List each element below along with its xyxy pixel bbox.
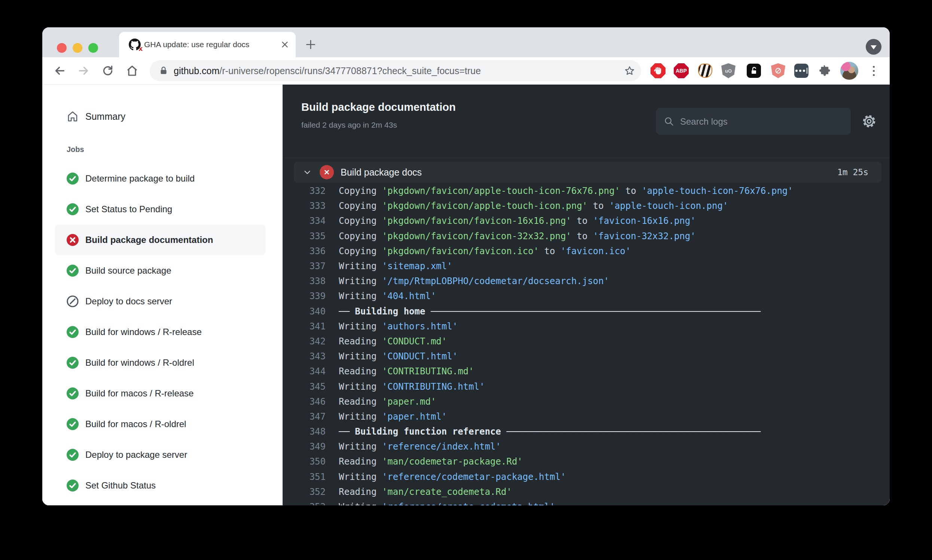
- password-manager-icon: [794, 64, 809, 78]
- log-line-number[interactable]: 347: [283, 411, 326, 422]
- log-line: 353Writing 'reference/create_codemeta.ht…: [283, 499, 890, 505]
- sidebar-job-item[interactable]: Build source package: [42, 255, 283, 286]
- log-line-text: Writing 'authors.html': [339, 321, 458, 332]
- log-line-number[interactable]: 352: [283, 487, 326, 497]
- job-label: Set Github Status: [85, 480, 156, 491]
- password-manager-extension-button[interactable]: [794, 63, 809, 78]
- log-line-number[interactable]: 345: [283, 382, 326, 392]
- adblock-plus-extension-button[interactable]: ABP: [674, 63, 689, 78]
- browser-menu-icon[interactable]: [869, 63, 878, 78]
- sidebar-job-item[interactable]: Set Status to Pending: [42, 194, 283, 225]
- window-minimize-button[interactable]: [72, 43, 82, 53]
- log-line: 336Copying 'pkgdown/favicon/favicon.ico'…: [283, 244, 890, 258]
- log-line-number[interactable]: 349: [283, 442, 326, 452]
- log-line-text: Reading 'paper.md': [339, 397, 436, 407]
- log-line-text: Reading 'CONTRIBUTING.md': [339, 366, 474, 377]
- browser-tab[interactable]: x GHA update: use regular docs: [119, 32, 296, 57]
- sidebar-item-summary[interactable]: Summary: [42, 108, 283, 125]
- search-logs-input[interactable]: [679, 108, 846, 135]
- log-area: Build package docs 1m 25s 332Copying 'pk…: [283, 158, 890, 505]
- log-line-number[interactable]: 348: [283, 426, 326, 437]
- log-line-text: Copying 'pkgdown/favicon/favicon-16x16.p…: [339, 215, 696, 226]
- log-line: 350Reading 'man/codemetar-package.Rd': [283, 454, 890, 469]
- log-line: 339Writing '404.html': [283, 289, 890, 303]
- log-line: 346Reading 'paper.md': [283, 394, 890, 409]
- window-close-button[interactable]: [57, 43, 67, 53]
- ublock-origin-extension-button[interactable]: uO: [721, 63, 736, 78]
- profile-chevron-button[interactable]: [866, 39, 881, 55]
- log-group-header[interactable]: Build package docs 1m 25s: [294, 162, 881, 183]
- failed-status-icon: [320, 165, 334, 179]
- sidebar-job-item[interactable]: Build for windows / R-oldrel: [42, 348, 283, 378]
- new-tab-button[interactable]: [305, 38, 317, 51]
- log-line: 340── Building home ────────────────────…: [283, 304, 890, 319]
- chevron-down-icon: [870, 45, 877, 49]
- log-lines: 332Copying 'pkgdown/favicon/apple-touch-…: [283, 183, 890, 505]
- tab-strip: x GHA update: use regular docs: [42, 27, 890, 57]
- log-line-number[interactable]: 343: [283, 351, 326, 362]
- log-line-number[interactable]: 340: [283, 306, 326, 317]
- log-line-number[interactable]: 339: [283, 291, 326, 302]
- log-line-number[interactable]: 336: [283, 246, 326, 257]
- log-line: 335Copying 'pkgdown/favicon/favicon-32x3…: [283, 229, 890, 244]
- log-line-number[interactable]: 332: [283, 186, 326, 196]
- log-line-number[interactable]: 346: [283, 397, 326, 407]
- success-status-icon: [67, 357, 78, 369]
- job-status-text: failed 2 days ago in 2m 43s: [301, 120, 397, 129]
- adblock-icon: [651, 63, 666, 78]
- jobs-section-heading: Jobs: [42, 144, 283, 155]
- search-logs-box: [656, 108, 851, 135]
- log-line-text: Copying 'pkgdown/favicon/favicon.ico' to…: [339, 246, 631, 257]
- log-line-number[interactable]: 342: [283, 336, 326, 347]
- log-line-text: Copying 'pkgdown/favicon/apple-touch-ico…: [339, 201, 728, 211]
- log-line-number[interactable]: 341: [283, 321, 326, 332]
- log-line-text: Copying 'pkgdown/favicon/apple-touch-ico…: [339, 186, 793, 196]
- sidebar-job-item[interactable]: Build for macos / R-oldrel: [42, 409, 283, 440]
- sidebar-job-item[interactable]: Build package documentation: [55, 225, 266, 255]
- log-line-text: ── Building home ───────────────────────…: [339, 306, 761, 317]
- extensions-puzzle-extension-button[interactable]: [817, 63, 832, 78]
- success-status-icon: [67, 326, 78, 338]
- gear-icon[interactable]: [861, 113, 877, 129]
- log-line-number[interactable]: 353: [283, 502, 326, 505]
- log-line-number[interactable]: 350: [283, 456, 326, 467]
- log-line: 343Writing 'CONDUCT.html': [283, 349, 890, 364]
- log-line-number[interactable]: 344: [283, 366, 326, 377]
- padlock-app-extension-button[interactable]: [746, 63, 761, 78]
- sidebar-summary-label: Summary: [85, 111, 125, 122]
- log-line: 348── Building function reference ──────…: [283, 424, 890, 439]
- log-line-number[interactable]: 333: [283, 201, 326, 211]
- log-line: 342Reading 'CONDUCT.md': [283, 334, 890, 349]
- log-panel-header: Build package documentation failed 2 day…: [283, 85, 890, 158]
- tab-title: GHA update: use regular docs: [144, 32, 275, 57]
- log-line-number[interactable]: 337: [283, 261, 326, 271]
- browser-avatar[interactable]: [840, 62, 858, 80]
- success-status-icon: [67, 203, 78, 215]
- log-line-number[interactable]: 338: [283, 276, 326, 286]
- sidebar-job-item[interactable]: Build for windows / R-release: [42, 317, 283, 348]
- sidebar-job-item[interactable]: Build for macos / R-release: [42, 378, 283, 409]
- log-line-number[interactable]: 351: [283, 472, 326, 482]
- sidebar-job-item[interactable]: Set Github Status: [42, 470, 283, 501]
- job-title: Build package documentation: [301, 101, 456, 114]
- privacy-badger-extension-button[interactable]: [698, 63, 713, 78]
- log-line-number[interactable]: 334: [283, 215, 326, 226]
- job-label: Build for windows / R-oldrel: [85, 357, 194, 368]
- skipped-status-icon: [67, 295, 78, 307]
- sidebar-job-item[interactable]: Deploy to package server: [42, 440, 283, 470]
- job-label: Build source package: [85, 265, 171, 276]
- shield-blocker-extension-button[interactable]: [771, 63, 786, 78]
- content-area: Summary Jobs Determine package to buildS…: [42, 85, 890, 505]
- adblock-extension-button[interactable]: [651, 63, 666, 78]
- browser-toolbar: github.com/r-universe/ropensci/runs/3477…: [42, 57, 890, 85]
- sidebar-job-item[interactable]: Determine package to build: [42, 163, 283, 194]
- success-status-icon: [67, 449, 78, 461]
- sidebar-job-item[interactable]: Deploy to docs server: [42, 286, 283, 317]
- job-label: Deploy to package server: [85, 449, 187, 460]
- log-line-text: Writing 'reference/codemetar-package.htm…: [339, 472, 566, 482]
- log-line-number[interactable]: 335: [283, 231, 326, 242]
- job-label: Set Status to Pending: [85, 204, 172, 214]
- log-line-text: Copying 'pkgdown/favicon/favicon-32x32.p…: [339, 231, 696, 242]
- window-zoom-button[interactable]: [88, 43, 98, 53]
- tab-close-icon[interactable]: [280, 40, 290, 49]
